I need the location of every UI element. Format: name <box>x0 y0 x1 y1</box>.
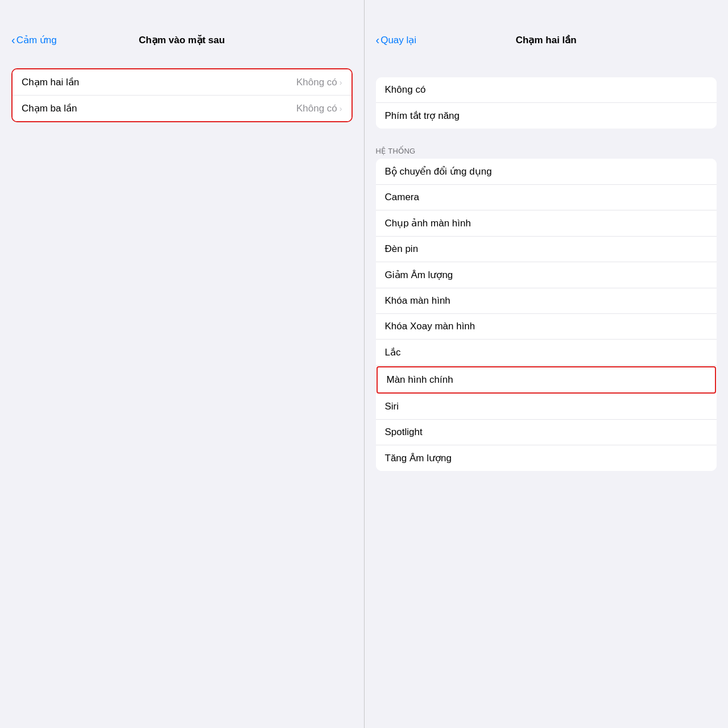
right-nav-bar: ‹ Quay lại Chạm hai lần <box>365 0 729 57</box>
left-panel: ‹ Cảm ứng Chạm vào mặt sau Chạm hai lần … <box>0 0 365 728</box>
left-back-chevron-icon: ‹ <box>11 34 15 46</box>
bo-chuyen-doi-row[interactable]: Bộ chuyển đổi ứng dụng <box>376 159 717 185</box>
left-nav-bar: ‹ Cảm ứng Chạm vào mặt sau <box>0 0 364 57</box>
spotlight-label: Spotlight <box>385 427 423 438</box>
camera-label: Camera <box>385 192 419 203</box>
left-back-label: Cảm ứng <box>16 34 57 46</box>
khoa-xoay-man-hinh-row[interactable]: Khóa Xoay màn hình <box>376 314 717 340</box>
man-hinh-chinh-label: Màn hình chính <box>387 374 453 386</box>
khoa-man-hinh-label: Khóa màn hình <box>385 295 450 307</box>
den-pin-label: Đèn pin <box>385 243 419 255</box>
bo-chuyen-doi-label: Bộ chuyển đổi ứng dụng <box>385 166 492 177</box>
giam-am-luong-row[interactable]: Giảm Âm lượng <box>376 262 717 288</box>
chup-anh-man-hinh-label: Chụp ảnh màn hình <box>385 217 471 229</box>
right-back-chevron-icon: ‹ <box>376 34 380 46</box>
system-section-header: HỆ THỐNG <box>365 142 729 159</box>
tang-am-luong-row[interactable]: Tăng Âm lượng <box>376 445 717 471</box>
top-options-group: Không có Phím tắt trợ năng <box>376 77 717 129</box>
tang-am-luong-label: Tăng Âm lượng <box>385 452 452 464</box>
giam-am-luong-label: Giảm Âm lượng <box>385 269 453 281</box>
cham-ba-lan-row[interactable]: Chạm ba lần Không có › <box>13 96 351 121</box>
khong-co-label: Không có <box>385 84 426 96</box>
cham-ba-lan-value: Không có › <box>296 103 342 114</box>
right-content: Không có Phím tắt trợ năng HỆ THỐNG Bộ c… <box>365 57 729 728</box>
cham-hai-lan-label: Chạm hai lần <box>22 76 79 88</box>
cham-hai-lan-value: Không có › <box>296 77 342 88</box>
cham-ba-lan-label: Chạm ba lần <box>22 102 77 114</box>
cham-hai-lan-row[interactable]: Chạm hai lần Không có › <box>13 69 351 96</box>
left-content: Chạm hai lần Không có › Chạm ba lần Khôn… <box>0 57 364 728</box>
right-back-button[interactable]: ‹ Quay lại <box>376 34 417 46</box>
camera-row[interactable]: Camera <box>376 185 717 210</box>
siri-row[interactable]: Siri <box>376 394 717 420</box>
khoa-man-hinh-row[interactable]: Khóa màn hình <box>376 288 717 314</box>
man-hinh-chinh-row[interactable]: Màn hình chính <box>377 366 717 394</box>
system-options-group: Bộ chuyển đổi ứng dụng Camera Chụp ảnh m… <box>376 159 717 471</box>
khoa-xoay-man-hinh-label: Khóa Xoay màn hình <box>385 321 475 332</box>
phim-tat-tro-nang-label: Phím tắt trợ năng <box>385 110 460 122</box>
left-back-button[interactable]: ‹ Cảm ứng <box>11 34 57 46</box>
phim-tat-tro-nang-row[interactable]: Phím tắt trợ năng <box>376 103 717 129</box>
cham-hai-lan-chevron-icon: › <box>340 78 342 87</box>
siri-label: Siri <box>385 401 399 412</box>
right-panel: ‹ Quay lại Chạm hai lần Không có Phím tắ… <box>365 0 729 728</box>
khong-co-row[interactable]: Không có <box>376 77 717 103</box>
lac-label: Lắc <box>385 346 401 358</box>
system-section: HỆ THỐNG Bộ chuyển đổi ứng dụng Camera C… <box>365 142 729 471</box>
cham-ba-lan-chevron-icon: › <box>340 104 342 113</box>
left-settings-group: Chạm hai lần Không có › Chạm ba lần Khôn… <box>11 68 353 122</box>
left-nav-title: Chạm vào mặt sau <box>139 34 225 46</box>
right-back-label: Quay lại <box>380 34 416 46</box>
chup-anh-man-hinh-row[interactable]: Chụp ảnh màn hình <box>376 210 717 237</box>
den-pin-row[interactable]: Đèn pin <box>376 237 717 262</box>
right-nav-title: Chạm hai lần <box>516 34 577 46</box>
spotlight-row[interactable]: Spotlight <box>376 420 717 445</box>
lac-row[interactable]: Lắc <box>376 340 717 366</box>
